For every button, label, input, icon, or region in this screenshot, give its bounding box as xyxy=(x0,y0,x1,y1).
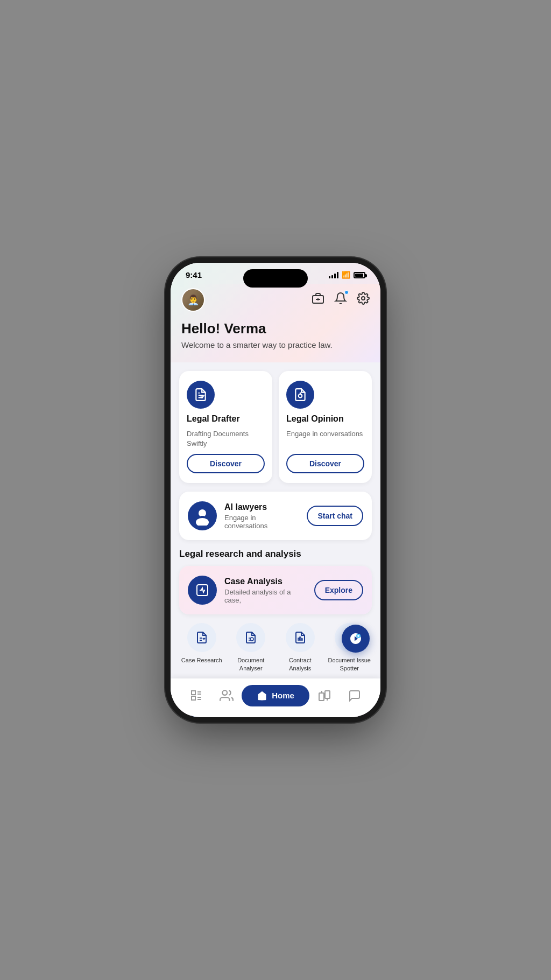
document-issue-spotter-label: Document Issue Spotter xyxy=(327,656,372,672)
nav-home-label: Home xyxy=(272,691,294,701)
legal-drafter-icon xyxy=(187,381,215,409)
svg-rect-10 xyxy=(200,516,204,518)
battery-icon xyxy=(354,272,365,278)
legal-opinion-title: Legal Opinion xyxy=(286,414,364,424)
case-analysis-card: Case Analysis Detailed analysis of a cas… xyxy=(179,566,372,614)
svg-point-9 xyxy=(196,518,209,526)
contract-analysis-tool[interactable]: Contract Analysis xyxy=(278,623,323,672)
nav-chat-item[interactable] xyxy=(340,689,370,702)
nav-transfer-icon xyxy=(318,689,331,702)
legal-research-section-title: Legal research and analysis xyxy=(179,549,372,559)
nav-home-item[interactable]: Home xyxy=(242,685,309,706)
case-research-tool[interactable]: Case Research xyxy=(179,623,224,672)
header-area: 👨‍💼 xyxy=(171,284,380,362)
svg-point-6 xyxy=(299,394,302,398)
nav-team-icon xyxy=(220,689,234,703)
status-icons: 📶 xyxy=(329,271,365,279)
greeting-subtitle: Welcome to a smarter way to practice law… xyxy=(181,340,370,349)
ai-lawyers-name: AI lawyers xyxy=(224,502,299,512)
svg-point-8 xyxy=(199,509,206,517)
bottom-nav: Home xyxy=(171,678,380,717)
legal-opinion-card[interactable]: Legal Opinion Engage in conversations Di… xyxy=(279,371,372,483)
nav-team-item[interactable] xyxy=(211,689,242,703)
legal-opinion-desc: Engage in conversations xyxy=(286,429,364,439)
case-analysis-desc: Detailed analysis of a case, xyxy=(224,588,307,604)
svg-rect-19 xyxy=(192,691,195,695)
ai-lawyers-card: AI lawyers Engage in conversations Start… xyxy=(179,492,372,540)
svg-rect-27 xyxy=(325,691,330,698)
document-analyser-tool[interactable]: Document Analyser xyxy=(229,623,274,672)
document-analyser-icon xyxy=(236,623,265,652)
greeting-title: Hello! Verma xyxy=(181,320,370,337)
start-chat-button[interactable]: Start chat xyxy=(307,506,363,526)
document-analyser-label: Document Analyser xyxy=(229,656,274,672)
case-analysis-icon xyxy=(188,576,217,605)
feature-cards-row: Legal Drafter Drafting Documents Swiftly… xyxy=(179,371,372,483)
svg-rect-20 xyxy=(192,696,195,700)
nav-transfer-item[interactable] xyxy=(309,689,340,702)
signal-icon xyxy=(329,272,338,278)
nav-chat-icon xyxy=(348,689,361,702)
legal-drafter-card[interactable]: Legal Drafter Drafting Documents Swiftly… xyxy=(179,371,272,483)
contract-analysis-label: Contract Analysis xyxy=(278,656,323,672)
wifi-icon: 📶 xyxy=(342,271,350,279)
dynamic-island xyxy=(243,269,308,288)
svg-point-14 xyxy=(250,638,253,641)
ai-avatar xyxy=(188,501,217,530)
legal-drafter-title: Legal Drafter xyxy=(187,414,265,424)
legal-opinion-icon xyxy=(286,381,314,409)
legal-drafter-desc: Drafting Documents Swiftly xyxy=(187,429,265,449)
nav-menu-icon xyxy=(190,689,203,702)
nav-menu-item[interactable] xyxy=(181,689,211,702)
nav-home-icon xyxy=(257,690,267,701)
ai-lawyers-desc: Engage in conversations xyxy=(224,514,299,530)
status-time: 9:41 xyxy=(186,270,202,279)
svg-point-3 xyxy=(362,297,365,300)
case-analysis-title: Case Analysis xyxy=(224,577,307,586)
notification-icon[interactable] xyxy=(334,292,347,308)
tools-grid: Case Research Document Analyser xyxy=(179,623,372,672)
legal-opinion-discover-button[interactable]: Discover xyxy=(286,454,364,473)
user-avatar[interactable]: 👨‍💼 xyxy=(181,288,205,312)
svg-point-25 xyxy=(223,690,228,695)
settings-icon[interactable] xyxy=(357,292,370,308)
notification-dot xyxy=(344,290,349,295)
svg-rect-26 xyxy=(319,693,324,701)
case-research-label: Case Research xyxy=(181,656,222,664)
contract-analysis-icon xyxy=(286,623,315,652)
case-analysis-explore-button[interactable]: Explore xyxy=(314,580,363,600)
case-research-icon xyxy=(187,623,216,652)
fab-button[interactable] xyxy=(342,625,370,653)
legal-drafter-discover-button[interactable]: Discover xyxy=(187,454,265,473)
briefcase-icon[interactable] xyxy=(312,292,324,308)
